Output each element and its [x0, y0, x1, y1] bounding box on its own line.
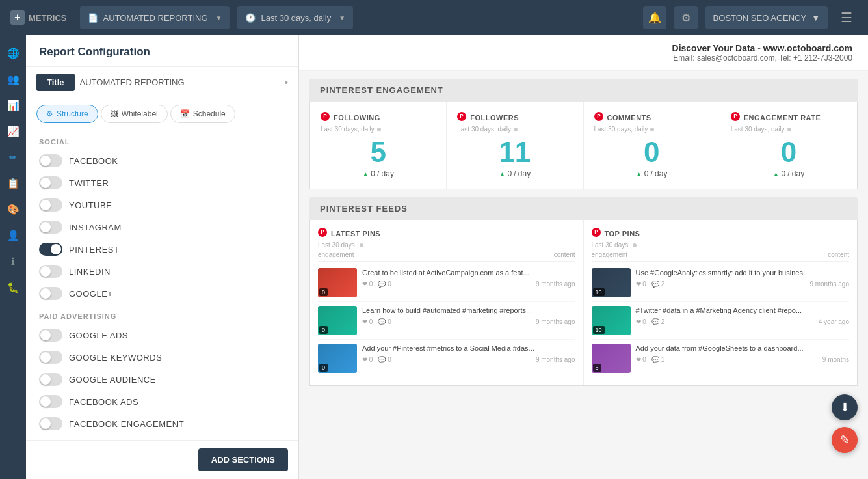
followers-card: P FOLLOWERS Last 30 days, daily 11 ▲ 0 /…: [447, 102, 583, 189]
whitelabel-label: Whitelabel: [122, 109, 158, 118]
engagement-cards: P FOLLOWING Last 30 days, daily 5 ▲ 0 / …: [309, 102, 858, 189]
dropdown-arrow: ▼: [216, 14, 222, 21]
pinterest-toggle[interactable]: [39, 243, 62, 256]
download-icon: ⬇: [840, 400, 850, 415]
top-pins-labels: engagement content: [592, 249, 850, 262]
engagement-rate-name: ENGAGEMENT RATE: [744, 114, 821, 122]
sidebar-item-edit[interactable]: ✏: [1, 146, 25, 169]
youtube-toggle[interactable]: [39, 198, 62, 212]
top-text-1: #Twitter #data in a #Marketing Agency cl…: [636, 306, 850, 316]
followers-trend-arrow: ▲: [499, 171, 506, 178]
latest-pins-header: P LATEST PINS: [318, 228, 575, 239]
top-text-2: Add your data from #GoogleSheets to a da…: [636, 344, 850, 353]
svg-text:P: P: [594, 229, 598, 235]
pinterest-engagement-section: PINTEREST ENGAGEMENT P FOLLOWING Last 30…: [309, 79, 858, 189]
toggle-googleplus: GOOGLE+: [26, 282, 298, 305]
top-badge-1: 10: [593, 326, 605, 334]
instagram-label: INSTAGRAM: [69, 223, 122, 232]
list-item: 0 Great to be listed at ActiveCampaign.c…: [318, 264, 575, 302]
config-panel: Report Configuration Title AUTOMATED REP…: [26, 35, 299, 479]
top-pins-name: TOP PINS: [605, 230, 640, 238]
top-badge-2: 5: [593, 364, 601, 372]
feed-stats-1: ❤ 0 💬 0: [362, 318, 391, 325]
title-dot: •: [284, 77, 288, 89]
logo: + METRICS: [10, 10, 67, 25]
pinterest-icon-top: P: [592, 228, 601, 239]
sidebar-item-trending[interactable]: 📈: [1, 120, 25, 143]
feed-text-1: Learn how to build #automated #marketing…: [362, 306, 575, 316]
comments-trend: ▲ 0 / day: [594, 169, 709, 178]
download-fab[interactable]: ⬇: [832, 394, 858, 420]
svg-text:P: P: [460, 113, 464, 119]
sidebar-item-user[interactable]: 👤: [1, 224, 25, 247]
following-header: P FOLLOWING: [321, 112, 436, 123]
engagement-rate-card: P ENGAGEMENT RATE Last 30 days, daily 0 …: [720, 102, 857, 189]
list-item: 10 Use #GoogleAnalytics smartly: add it …: [592, 264, 850, 302]
title-tab[interactable]: Title: [36, 74, 75, 91]
sidebar-item-clipboard[interactable]: 📋: [1, 172, 25, 195]
pinterest-icon-comments: P: [594, 112, 603, 123]
googleplus-toggle[interactable]: [39, 287, 62, 300]
engagement-rate-value: 0: [731, 138, 847, 167]
tab-whitelabel[interactable]: 🖼 Whitelabel: [101, 105, 168, 123]
followers-value: 11: [457, 138, 572, 167]
toggle-linkedin: LINKEDIN: [26, 260, 298, 282]
latest-engagement-label: engagement: [318, 251, 354, 258]
add-sections-button[interactable]: ADD SECTIONS: [198, 448, 288, 471]
pinterest-engagement-title: PINTEREST ENGAGEMENT: [309, 79, 858, 102]
instagram-toggle[interactable]: [39, 221, 62, 234]
date-range-dropdown[interactable]: 🕐 Last 30 days, daily ▼: [237, 6, 353, 29]
list-item: 0 Learn how to build #automated #marketi…: [318, 302, 575, 340]
hamburger-menu[interactable]: ☰: [835, 7, 858, 28]
side-icon-bar: 🌐 👥 📊 📈 ✏ 📋 🎨 👤 ℹ 🐛: [0, 35, 26, 479]
sidebar-item-bug[interactable]: 🐛: [1, 276, 25, 299]
settings-button[interactable]: ⚙: [674, 6, 698, 29]
sidebar-item-globe[interactable]: 🌐: [1, 42, 25, 65]
edit-fab[interactable]: ✎: [832, 427, 858, 453]
google-ads-toggle[interactable]: [39, 329, 62, 342]
sidebar-item-analytics[interactable]: 📊: [1, 94, 25, 117]
following-value: 5: [321, 138, 436, 167]
linkedin-toggle[interactable]: [39, 265, 62, 278]
comments-card: P COMMENTS Last 30 days, daily 0 ▲ 0 / d…: [584, 102, 720, 189]
facebook-toggle[interactable]: [39, 154, 62, 167]
toggle-facebook-ads: FACEBOOK ADS: [26, 390, 298, 413]
twitter-toggle[interactable]: [39, 176, 62, 189]
top-thumb-2: 5: [592, 344, 631, 373]
top-pins-col: P TOP PINS Last 30 days engagement conte…: [584, 220, 858, 385]
pinterest-icon-following: P: [321, 112, 330, 123]
google-keywords-toggle[interactable]: [39, 351, 62, 364]
feed-thumb-2: 0: [318, 344, 357, 373]
tab-structure[interactable]: ⚙ Structure: [36, 105, 98, 123]
top-meta-0: ❤ 0 💬 2 9 months ago: [636, 281, 850, 288]
engagement-rate-trend: ▲ 0 / day: [731, 169, 847, 178]
sidebar-item-paint[interactable]: 🎨: [1, 198, 25, 221]
toggle-google-audience: GOOGLE AUDIENCE: [26, 368, 298, 390]
following-period: Last 30 days, daily: [321, 126, 436, 133]
facebook-engagement-toggle[interactable]: [39, 417, 62, 430]
following-trend: ▲ 0 / day: [321, 169, 436, 178]
sidebar-item-users[interactable]: 👥: [1, 68, 25, 91]
report-contact: Email: sales@octoboard.com, Tel: +1 212-…: [315, 53, 852, 62]
feed-thumb-0: 0: [318, 268, 357, 297]
reporting-dropdown[interactable]: 📄 AUTOMATED REPORTING ▼: [80, 6, 230, 29]
google-audience-toggle[interactable]: [39, 373, 62, 386]
facebook-ads-toggle[interactable]: [39, 395, 62, 408]
tab-schedule[interactable]: 📅 Schedule: [170, 105, 235, 123]
pinterest-icon-latest: P: [318, 228, 327, 239]
list-item: 10 #Twitter #data in a #Marketing Agency…: [592, 302, 850, 340]
agency-dropdown[interactable]: BOSTON SEO AGENCY ▼: [705, 6, 828, 29]
feed-content-0: Great to be listed at ActiveCampaign.com…: [362, 268, 575, 288]
feed-text-2: Add your #Pinterest #metrics to a Social…: [362, 344, 575, 353]
facebook-label: FACEBOOK: [69, 156, 118, 166]
notifications-button[interactable]: 🔔: [643, 6, 666, 29]
linkedin-label: LINKEDIN: [69, 267, 111, 277]
youtube-label: YOUTUBE: [69, 200, 112, 210]
settings-icon: ⚙: [681, 12, 690, 24]
top-pins-period: Last 30 days: [592, 241, 850, 249]
engagement-rate-period: Last 30 days, daily: [731, 126, 847, 133]
followers-period: Last 30 days, daily: [457, 126, 572, 133]
feed-text-0: Great to be listed at ActiveCampaign.com…: [362, 268, 575, 278]
following-name: FOLLOWING: [334, 114, 380, 122]
sidebar-item-info[interactable]: ℹ: [1, 250, 25, 273]
